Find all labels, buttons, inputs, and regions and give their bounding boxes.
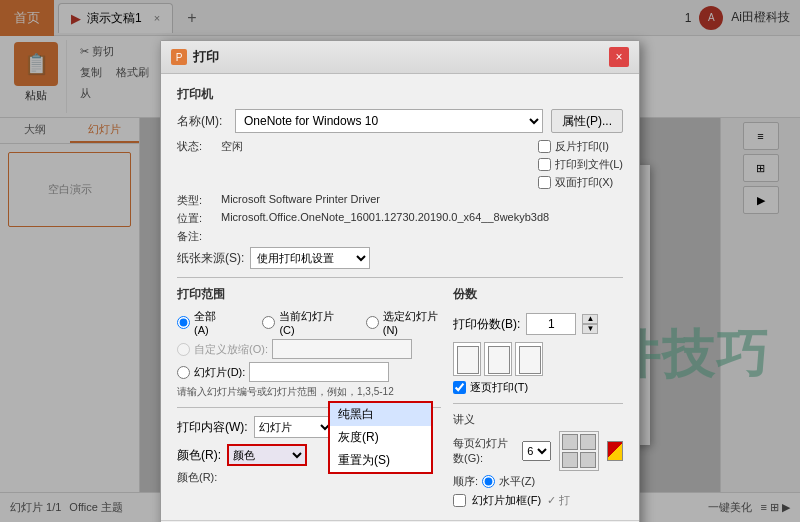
current-radio[interactable] <box>262 316 275 329</box>
double-side-checkbox[interactable] <box>538 176 551 189</box>
dialog-title-icon: P <box>171 49 187 65</box>
print-to-file-row: 打印到文件(L) <box>538 157 623 172</box>
per-slide-select[interactable]: 6 <box>522 441 551 461</box>
order-horizontal-label: 水平(Z) <box>499 474 535 489</box>
custom-row: 自定义放缩(O): <box>177 339 441 359</box>
slides-range-row: 幻灯片(D): <box>177 362 441 382</box>
collate-checkbox[interactable] <box>453 381 466 394</box>
left-col: 打印范围 全部(A) 当前幻灯片(C) 选定幻灯片(N) <box>177 286 441 508</box>
status-key: 状态: <box>177 139 217 154</box>
dialog-title-bar: P 打印 × <box>161 41 639 74</box>
copy-icons <box>453 342 623 376</box>
dialog-title-text: 打印 <box>193 48 603 66</box>
lecture-section: 讲义 <box>453 412 623 427</box>
color-label: 颜色(R): <box>177 447 221 464</box>
collate-label: 逐页打印(T) <box>470 380 528 395</box>
frame-print-row: 幻灯片加框(F) ✓ 打 <box>453 493 623 508</box>
location-row: 位置: Microsoft.Office.OneNote_16001.12730… <box>177 211 623 226</box>
color-dropdown-list[interactable]: 纯黑白 灰度(R) 重置为(S) <box>328 401 433 474</box>
content-label: 打印内容(W): <box>177 419 248 436</box>
grid-cell-3 <box>562 452 578 468</box>
location-key: 位置: <box>177 211 217 226</box>
reverse-print-row: 反片打印(I) <box>538 139 623 154</box>
paper-source-select[interactable]: 使用打印机设置 <box>250 247 370 269</box>
right-col: 份数 打印份数(B): ▲ ▼ <box>453 286 623 508</box>
grid-cell-2 <box>580 434 596 450</box>
double-side-label: 双面打印(X) <box>555 175 614 190</box>
copies-label: 打印份数(B): <box>453 316 520 333</box>
divider-1 <box>177 277 623 278</box>
type-val: Microsoft Software Printer Driver <box>221 193 380 205</box>
per-slide-row: 每页幻灯片数(G): 6 <box>453 431 623 471</box>
copies-down-btn[interactable]: ▼ <box>582 324 598 334</box>
status-val: 空闲 <box>221 139 243 154</box>
slides-range-label: 幻灯片(D): <box>194 365 245 380</box>
status-row: 状态: 空闲 反片打印(I) 打印到文件(L) 双面打印(X) <box>177 139 623 190</box>
copy-icon-3 <box>515 342 543 376</box>
order-horizontal-radio[interactable] <box>482 475 495 488</box>
copies-section: 份数 打印份数(B): ▲ ▼ <box>453 286 623 395</box>
name-label: 名称(M): <box>177 113 227 130</box>
paper-source-row: 纸张来源(S): 使用打印机设置 <box>177 247 623 269</box>
content-select[interactable]: 幻灯片 <box>254 416 334 438</box>
frame-checkbox[interactable] <box>453 494 466 507</box>
divider-3 <box>453 403 623 404</box>
color-select[interactable]: 颜色 <box>227 444 307 466</box>
selected-radio[interactable] <box>366 316 379 329</box>
printer-section-label: 打印机 <box>177 86 623 103</box>
printer-name-select[interactable]: OneNote for Windows 10 <box>235 109 543 133</box>
location-val: Microsoft.Office.OneNote_16001.12730.201… <box>221 211 549 223</box>
type-key: 类型: <box>177 193 217 208</box>
all-radio-row: 全部(A) 当前幻灯片(C) 选定幻灯片(N) <box>177 309 441 336</box>
printer-name-row: 名称(M): OneNote for Windows 10 属性(P)... <box>177 109 623 133</box>
copy-icon-1 <box>453 342 481 376</box>
type-row: 类型: Microsoft Software Printer Driver <box>177 193 623 208</box>
dialog-overlay: P 打印 × 打印机 名称(M): OneNote for Windows 10… <box>0 0 800 522</box>
color-option-grayscale[interactable]: 灰度(R) <box>330 426 431 449</box>
print-label: ✓ 打 <box>547 493 570 508</box>
slides-range-input[interactable] <box>249 362 389 382</box>
paper-source-label: 纸张来源(S): <box>177 250 244 267</box>
slides-hint: 请输入幻灯片编号或幻灯片范围，例如，1,3,5-12 <box>177 385 441 399</box>
custom-radio <box>177 343 190 356</box>
color-option-reset[interactable]: 重置为(S) <box>330 449 431 472</box>
collate-row: 逐页打印(T) <box>453 380 623 395</box>
grid-cell-1 <box>562 434 578 450</box>
print-range-label: 打印范围 <box>177 286 441 303</box>
selected-radio-label: 选定幻灯片(N) <box>383 309 441 336</box>
order-row: 顺序: 水平(Z) <box>453 474 623 489</box>
double-side-row: 双面打印(X) <box>538 175 623 190</box>
all-radio-label: 全部(A) <box>194 309 224 336</box>
color-option-pure-black[interactable]: 纯黑白 <box>330 403 431 426</box>
current-radio-label: 当前幻灯片(C) <box>279 309 337 336</box>
dialog-close-button[interactable]: × <box>609 47 629 67</box>
slide-grid-preview <box>559 431 599 471</box>
slides-range-radio[interactable] <box>177 366 190 379</box>
grid-cell-4 <box>580 452 596 468</box>
properties-button[interactable]: 属性(P)... <box>551 109 623 133</box>
frame-label: 幻灯片加框(F) <box>472 493 541 508</box>
reverse-print-label: 反片打印(I) <box>555 139 609 154</box>
custom-input <box>272 339 412 359</box>
color-swatch <box>607 441 623 461</box>
copies-row: 打印份数(B): ▲ ▼ <box>453 313 623 335</box>
copies-section-label: 份数 <box>453 286 623 303</box>
copies-input[interactable] <box>526 313 576 335</box>
print-to-file-label: 打印到文件(L) <box>555 157 623 172</box>
custom-label: 自定义放缩(O): <box>194 342 268 357</box>
print-dialog: P 打印 × 打印机 名称(M): OneNote for Windows 10… <box>160 40 640 522</box>
print-range-group: 全部(A) 当前幻灯片(C) 选定幻灯片(N) 自定义放缩(O): <box>177 309 441 382</box>
copy-icon-2 <box>484 342 512 376</box>
notes-key: 备注: <box>177 229 217 244</box>
copies-up-btn[interactable]: ▲ <box>582 314 598 324</box>
copies-spinner: ▲ ▼ <box>582 314 598 334</box>
reverse-print-checkbox[interactable] <box>538 140 551 153</box>
two-col-section: 打印范围 全部(A) 当前幻灯片(C) 选定幻灯片(N) <box>177 286 623 508</box>
print-to-file-checkbox[interactable] <box>538 158 551 171</box>
all-radio[interactable] <box>177 316 190 329</box>
notes-row: 备注: <box>177 229 623 244</box>
order-label: 顺序: <box>453 474 478 489</box>
per-slide-label: 每页幻灯片数(G): <box>453 436 518 466</box>
